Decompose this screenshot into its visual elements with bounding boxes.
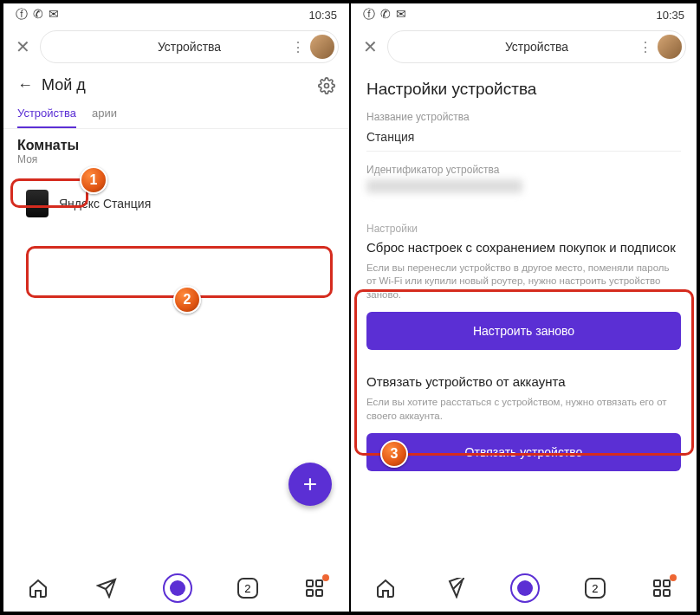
unlink-desc: Если вы хотите расстаться с устройством,…	[366, 396, 681, 423]
annotation-marker-1: 1	[80, 166, 107, 194]
id-label: Идентификатор устройства	[366, 164, 681, 176]
alice-icon[interactable]	[163, 573, 192, 603]
facebook-icon: ⓕ	[363, 7, 375, 23]
phone-right: ⓕ ✆ ✉ 10:35 ✕ Устройства ⋮ Настройки уст…	[351, 3, 697, 612]
add-button[interactable]: +	[288, 463, 332, 506]
tabs-count[interactable]: 2	[585, 578, 606, 599]
section-title: Мой д	[42, 76, 309, 94]
search-pill[interactable]: Устройства ⋮	[40, 30, 339, 63]
header: ✕ Устройства ⋮	[3, 26, 349, 68]
status-bar: ⓕ ✆ ✉ 10:35	[351, 3, 697, 26]
unlink-button[interactable]: Отвязать устройство	[366, 433, 681, 471]
svg-rect-7	[654, 590, 660, 596]
gear-icon[interactable]	[318, 77, 335, 94]
apps-icon[interactable]	[302, 576, 327, 600]
bottom-nav: 2	[351, 565, 697, 612]
svg-rect-5	[654, 580, 660, 586]
speaker-icon	[26, 190, 49, 217]
page-title: Настройки устройства	[351, 68, 697, 107]
send-icon[interactable]	[442, 576, 466, 600]
status-bar: ⓕ ✆ ✉ 10:35	[3, 3, 349, 26]
bottom-nav: 2	[3, 565, 349, 612]
alice-icon[interactable]	[510, 573, 540, 603]
send-icon[interactable]	[94, 576, 119, 600]
field-device-id: Идентификатор устройства	[351, 160, 697, 202]
svg-rect-8	[664, 590, 670, 596]
more-icon[interactable]: ⋮	[638, 39, 652, 55]
clock: 10:35	[656, 9, 684, 22]
svg-rect-1	[307, 580, 313, 586]
rooms-sub: Моя	[3, 153, 349, 172]
notification-dot-icon	[670, 574, 677, 581]
svg-rect-4	[316, 590, 322, 596]
field-device-name: Название устройства Станция	[351, 107, 697, 160]
close-icon[interactable]: ✕	[14, 36, 31, 57]
home-icon[interactable]	[26, 576, 50, 600]
clock: 10:35	[308, 9, 337, 22]
search-pill[interactable]: Устройства ⋮	[387, 30, 686, 63]
phone-left: ⓕ ✆ ✉ 10:35 ✕ Устройства ⋮ ← Мой д Устро…	[3, 3, 349, 612]
name-value[interactable]: Станция	[366, 126, 681, 152]
back-icon[interactable]: ←	[17, 76, 33, 94]
reset-section: Настройки Сброс настроек с сохранением п…	[351, 214, 697, 360]
plus-icon: +	[303, 470, 317, 498]
svg-rect-3	[307, 590, 313, 596]
svg-rect-2	[316, 580, 322, 586]
rooms-label: Комнаты	[3, 129, 349, 153]
apps-icon[interactable]	[650, 576, 674, 600]
annotation-marker-3: 3	[380, 440, 408, 468]
avatar[interactable]	[658, 35, 682, 59]
reset-button[interactable]: Настроить заново	[366, 312, 681, 350]
annotation-marker-2: 2	[173, 286, 201, 314]
tab-devices[interactable]: Устройства	[17, 100, 76, 128]
id-value-redacted	[366, 179, 522, 193]
name-label: Название устройства	[366, 111, 681, 123]
close-icon[interactable]: ✕	[361, 36, 379, 57]
avatar[interactable]	[310, 35, 334, 59]
whatsapp-icon: ✆	[380, 7, 391, 23]
whatsapp-icon: ✆	[33, 7, 43, 23]
svg-point-0	[325, 83, 329, 87]
reset-title: Сброс настроек с сохранением покупок и п…	[366, 240, 681, 256]
home-icon[interactable]	[373, 576, 398, 600]
tabs: Устройства арии	[3, 100, 349, 129]
search-title: Устройства	[158, 40, 221, 54]
mail-icon: ✉	[49, 7, 59, 23]
mail-icon: ✉	[396, 7, 406, 23]
device-row-yandex-station[interactable]: Яндекс Станция	[12, 178, 340, 230]
unlink-title: Отвязать устройство от аккаунта	[366, 374, 681, 391]
svg-rect-6	[664, 580, 670, 586]
tabs-count[interactable]: 2	[237, 578, 258, 599]
tab-scenarios[interactable]: арии	[92, 100, 117, 128]
settings-label: Настройки	[366, 223, 681, 235]
search-title: Устройства	[505, 40, 568, 54]
reset-desc: Если вы перенесли устройство в другое ме…	[366, 262, 681, 302]
facebook-icon: ⓕ	[16, 7, 28, 23]
device-label: Яндекс Станция	[59, 197, 151, 210]
more-icon[interactable]: ⋮	[291, 39, 305, 55]
notification-dot-icon	[322, 574, 329, 581]
header: ✕ Устройства ⋮	[351, 26, 697, 68]
section-header: ← Мой д	[3, 68, 349, 100]
